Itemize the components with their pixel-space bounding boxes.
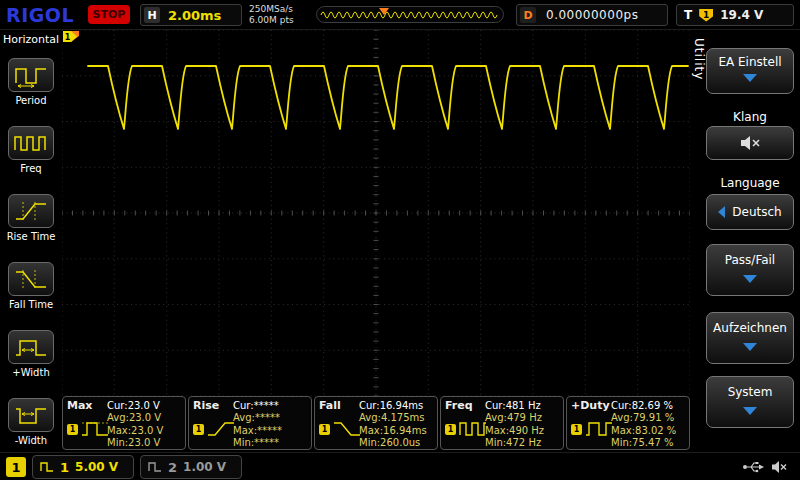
language-section-label: Language <box>706 176 794 190</box>
channel-badge: 1 <box>571 424 582 435</box>
ch2-coupling-icon <box>148 461 162 473</box>
measurement-panel-fall[interactable]: Fall Cur:16.94ms 1 Avg:4.175ms Max:16.94… <box>314 396 438 450</box>
measurement-row: Max Cur:23.0 V 1 Avg:23.0 V Max:23.0 V M… <box>62 396 690 450</box>
menu-item-label: Period <box>0 95 62 106</box>
menu-item-label: Freq <box>0 163 62 174</box>
trigger-box[interactable]: T 1 19.4 V <box>676 4 794 26</box>
measurement-name: Fall <box>319 399 341 412</box>
menu-button-system[interactable]: System <box>706 376 794 428</box>
delay-box[interactable]: D 0.00000000ps <box>516 4 668 26</box>
d-label: D <box>520 7 536 23</box>
utility-tab-label: Utility <box>692 38 706 80</box>
rigol-logo: RIGOL <box>6 4 74 26</box>
measurement-cur: Cur:16.94ms <box>359 400 423 411</box>
max-glyph-icon <box>80 419 110 439</box>
trigger-position-mini-marker <box>379 8 389 15</box>
run-state-badge: STOP <box>88 5 130 24</box>
menu-button-ea-einstell[interactable]: EA Einstell <box>706 48 794 94</box>
measurement-cur: Cur:82.69 % <box>611 400 673 411</box>
button-label: EA Einstell <box>707 55 793 69</box>
channel-status-bar: 1 1 5.00 V 2 1.00 V <box>0 452 800 480</box>
t-label: T <box>684 8 692 22</box>
left-menu-title: Horizontal <box>0 30 62 46</box>
measurement-cur: Cur:23.0 V <box>107 400 160 411</box>
acquisition-info: 250MSa/s 6.00M pts <box>249 4 294 26</box>
usb-icon <box>742 459 766 475</box>
period-icon <box>8 58 54 92</box>
measurement-name: +Duty <box>571 399 610 412</box>
measurement-name: Max <box>67 399 92 412</box>
menu-item-label: -Width <box>0 435 62 446</box>
waveform-overview-bar[interactable] <box>316 6 504 23</box>
measurement-panel-duty[interactable]: +Duty Cur:82.69 % 1 Avg:79.91 % Max:83.0… <box>566 396 690 450</box>
chevron-left-icon <box>718 206 725 218</box>
button-label: System <box>707 385 793 399</box>
horizontal-scale-value: 2.00ms <box>168 8 221 23</box>
source-badge: 1 <box>6 457 26 477</box>
menu-item-nwidth[interactable]: -Width <box>0 398 62 446</box>
memory-depth: 6.00M pts <box>249 15 294 26</box>
waveform-display-area: T 1 <box>62 30 690 396</box>
ch1-coupling-icon <box>40 461 54 473</box>
chevron-down-icon <box>743 74 757 82</box>
klang-section-label: Klang <box>706 110 794 124</box>
plus-width-icon <box>8 330 54 364</box>
menu-button-language[interactable]: Deutsch <box>706 194 794 230</box>
top-status-bar: RIGOL STOP H 2.00ms 250MSa/s 6.00M pts D… <box>0 0 800 30</box>
button-label: Pass/Fail <box>707 253 793 267</box>
measurement-cur: Cur:481 Hz <box>485 400 541 411</box>
fall-glyph-icon <box>332 419 362 439</box>
channel-1-number: 1 <box>60 460 69 475</box>
chevron-down-icon <box>743 407 757 415</box>
menu-button-klang[interactable] <box>706 126 794 160</box>
channel-2-number: 2 <box>168 460 177 475</box>
fall-time-icon <box>8 262 54 296</box>
measurement-panel-freq[interactable]: Freq Cur:481 Hz 1 Avg:479 Hz Max:490 Hz … <box>440 396 564 450</box>
ch1-waveform-trace <box>62 30 690 396</box>
menu-item-label: Fall Time <box>0 299 62 310</box>
menu-item-label: +Width <box>0 367 62 378</box>
freq-glyph-icon <box>458 419 488 439</box>
menu-item-pwidth[interactable]: +Width <box>0 330 62 378</box>
channel-badge: 1 <box>319 424 330 435</box>
horizontal-measure-menu: Horizontal Period Freq Rise Time Fall Ti… <box>0 30 62 452</box>
channel-badge: 1 <box>445 424 456 435</box>
channel-2-box[interactable]: 2 1.00 V <box>140 455 242 479</box>
channel-badge: 1 <box>67 424 78 435</box>
menu-item-rise-time[interactable]: Rise Time <box>0 194 62 242</box>
channel-badge: 1 <box>193 424 204 435</box>
channel-1-box[interactable]: 1 5.00 V <box>32 455 134 479</box>
menu-item-period[interactable]: Period <box>0 58 62 106</box>
freq-icon <box>8 126 54 160</box>
ch1-marker-label: 1 <box>65 33 71 42</box>
measurement-stats: Avg:79.91 % Max:83.02 % Min:75.47 % <box>611 412 676 450</box>
measurement-cur: Cur:***** <box>233 400 279 411</box>
chevron-down-icon <box>743 275 757 283</box>
speaker-muted-small-icon <box>770 459 788 475</box>
menu-button-aufzeichnen[interactable]: Aufzeichnen <box>706 312 794 364</box>
utility-menu: Utility EA Einstell Klang Language Deuts… <box>690 30 800 452</box>
trigger-source-badge: 1 <box>699 9 713 22</box>
measurement-stats: Avg:479 Hz Max:490 Hz Min:472 Hz <box>485 412 544 450</box>
sample-rate: 250MSa/s <box>249 4 294 15</box>
menu-item-freq[interactable]: Freq <box>0 126 62 174</box>
measurement-panel-rise[interactable]: Rise Cur:***** 1 Avg:***** Max:***** Min… <box>188 396 312 450</box>
measurement-stats: Avg:23.0 V Max:23.0 V Min:23.0 V <box>107 412 163 450</box>
menu-button-pass-fail[interactable]: Pass/Fail <box>706 244 794 296</box>
chevron-down-icon <box>743 343 757 351</box>
measurement-name: Freq <box>445 399 473 412</box>
measurement-panel-max[interactable]: Max Cur:23.0 V 1 Avg:23.0 V Max:23.0 V M… <box>62 396 186 450</box>
measurement-name: Rise <box>193 399 219 412</box>
menu-item-fall-time[interactable]: Fall Time <box>0 262 62 310</box>
rise-time-icon <box>8 194 54 228</box>
channel-2-scale: 1.00 V <box>183 460 226 474</box>
language-value: Deutsch <box>732 205 781 219</box>
channel-1-scale: 5.00 V <box>75 460 118 474</box>
measurement-stats: Avg:***** Max:***** Min:***** <box>233 412 282 450</box>
trigger-level-value: 19.4 V <box>720 8 763 22</box>
ch1-level-marker[interactable]: 1 <box>62 30 78 43</box>
delay-value: 0.00000000ps <box>546 8 638 22</box>
horizontal-scale-box[interactable]: H 2.00ms <box>140 4 242 26</box>
menu-item-label: Rise Time <box>0 231 62 242</box>
rise-glyph-icon <box>206 419 236 439</box>
